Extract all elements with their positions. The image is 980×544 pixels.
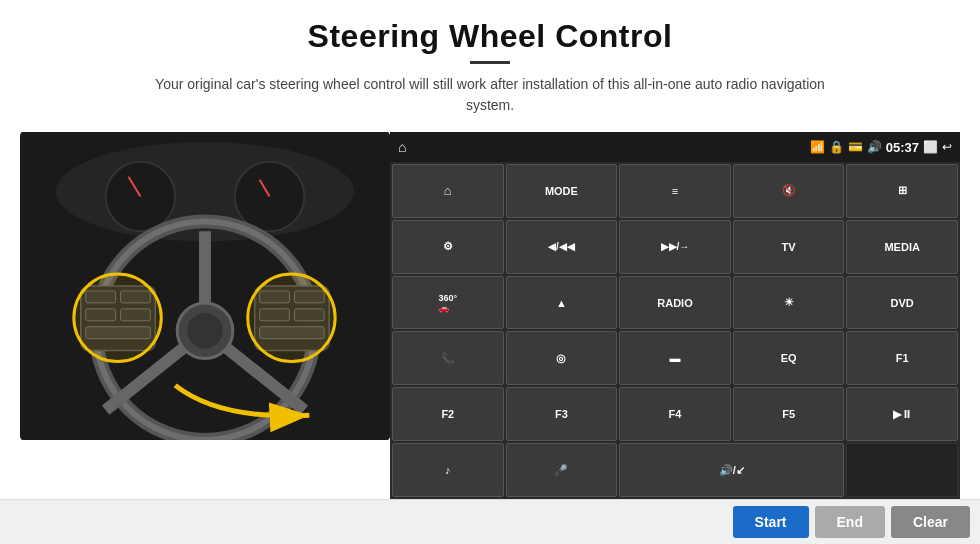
header-section: Steering Wheel Control Your original car… [0, 0, 980, 124]
btn-mute[interactable]: 🔇 [733, 164, 845, 218]
btn-next[interactable]: ▶▶/→ [619, 220, 731, 274]
btn-prev[interactable]: ◀/◀◀ [506, 220, 618, 274]
status-right: 📶 🔒 💳 🔊 05:37 ⬜ ↩ [810, 140, 952, 155]
btn-mic[interactable]: 🎤 [506, 443, 618, 497]
end-button[interactable]: End [815, 506, 885, 538]
btn-dvd[interactable]: DVD [846, 276, 958, 330]
btn-radio[interactable]: RADIO [619, 276, 731, 330]
page-title: Steering Wheel Control [60, 18, 920, 55]
lock-icon: 🔒 [829, 140, 844, 154]
btn-empty [846, 443, 958, 497]
btn-media[interactable]: MEDIA [846, 220, 958, 274]
wifi-icon: 📶 [810, 140, 825, 154]
clear-button[interactable]: Clear [891, 506, 970, 538]
btn-f3[interactable]: F3 [506, 387, 618, 441]
btn-mode[interactable]: MODE [506, 164, 618, 218]
btn-f2[interactable]: F2 [392, 387, 504, 441]
screen-icon: ⬜ [923, 140, 938, 154]
btn-play-pause[interactable]: ▶⏸ [846, 387, 958, 441]
btn-f5[interactable]: F5 [733, 387, 845, 441]
btn-home[interactable]: ⌂ [392, 164, 504, 218]
btn-eq[interactable]: EQ [733, 331, 845, 385]
btn-360[interactable]: 360°🚗 [392, 276, 504, 330]
btn-f4[interactable]: F4 [619, 387, 731, 441]
sim-icon: 💳 [848, 140, 863, 154]
steering-wheel-image [20, 132, 390, 440]
svg-point-25 [74, 274, 161, 361]
btn-apps[interactable]: ⊞ [846, 164, 958, 218]
btn-f1[interactable]: F1 [846, 331, 958, 385]
btn-list[interactable]: ≡ [619, 164, 731, 218]
bluetooth-icon: 🔊 [867, 140, 882, 154]
radio-panel: ⌂ 📶 🔒 💳 🔊 05:37 ⬜ ↩ ⌂ MODE ≡ 🔇 [390, 132, 960, 499]
subtitle: Your original car's steering wheel contr… [150, 74, 830, 116]
button-grid: ⌂ MODE ≡ 🔇 ⊞ ⚙ ◀/◀◀ ▶▶/→ TV MEDIA 360°🚗 … [390, 162, 960, 499]
btn-screen[interactable]: ▬ [619, 331, 731, 385]
page-container: Steering Wheel Control Your original car… [0, 0, 980, 544]
bottom-bar: Start End Clear [0, 499, 980, 544]
btn-phone[interactable]: 📞 [392, 331, 504, 385]
btn-eject[interactable]: ▲ [506, 276, 618, 330]
btn-music[interactable]: ♪ [392, 443, 504, 497]
status-left: ⌂ [398, 139, 406, 155]
btn-tv[interactable]: TV [733, 220, 845, 274]
back-icon: ↩ [942, 140, 952, 154]
status-bar: ⌂ 📶 🔒 💳 🔊 05:37 ⬜ ↩ [390, 132, 960, 162]
content-area: ⌂ 📶 🔒 💳 🔊 05:37 ⬜ ↩ ⌂ MODE ≡ 🔇 [0, 124, 980, 499]
btn-settings[interactable]: ⚙ [392, 220, 504, 274]
start-button[interactable]: Start [733, 506, 809, 538]
svg-point-26 [248, 274, 335, 361]
btn-nav[interactable]: ◎ [506, 331, 618, 385]
svg-point-12 [187, 313, 223, 349]
status-time: 05:37 [886, 140, 919, 155]
btn-vol-down[interactable]: 🔊/↙ [619, 443, 844, 497]
btn-brightness[interactable]: ☀ [733, 276, 845, 330]
title-divider [470, 61, 510, 64]
home-icon: ⌂ [398, 139, 406, 155]
